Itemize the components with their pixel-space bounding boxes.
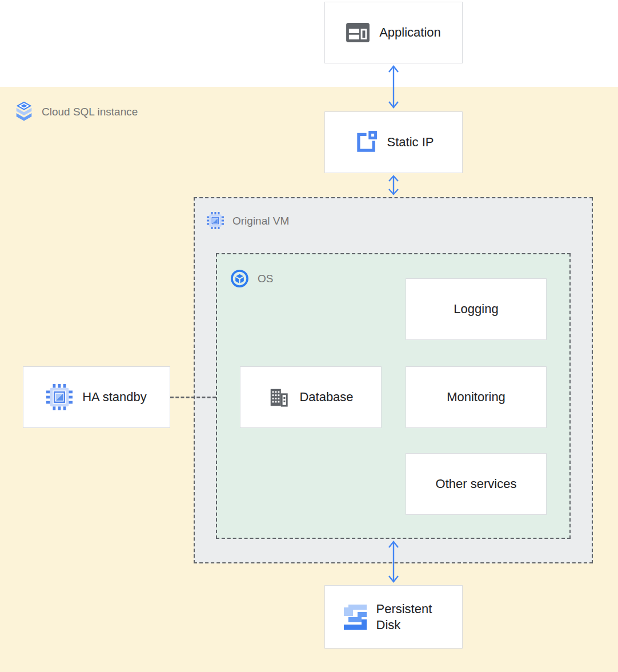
- original-vm-label-row: Original VM: [207, 212, 289, 229]
- node-database: Database: [240, 366, 382, 428]
- node-other-services-label: Other services: [436, 476, 517, 492]
- node-ha-standby: HA standby: [23, 366, 170, 428]
- node-monitoring-label: Monitoring: [447, 389, 505, 405]
- persistent-disk-icon: [344, 605, 367, 630]
- node-monitoring: Monitoring: [406, 366, 547, 428]
- compute-engine-icon: [207, 212, 224, 229]
- os-icon: [230, 269, 249, 288]
- cloud-sql-instance-label-row: Cloud SQL instance: [15, 101, 138, 122]
- node-logging-label: Logging: [454, 301, 498, 317]
- database-building-icon: [268, 386, 290, 408]
- cloud-sql-icon: [15, 101, 33, 122]
- arrow-staticip-vm: [386, 174, 401, 197]
- node-application-label: Application: [379, 25, 441, 41]
- diagram-canvas: Cloud SQL instance Application: [0, 0, 618, 672]
- node-persistent-disk: Persistent Disk: [324, 585, 463, 649]
- node-ha-standby-label: HA standby: [82, 389, 147, 405]
- node-logging: Logging: [406, 278, 547, 340]
- node-application: Application: [324, 2, 463, 63]
- static-ip-icon: [354, 130, 378, 154]
- node-static-ip-label: Static IP: [387, 134, 434, 150]
- arrow-os-persistentdisk: [386, 539, 401, 584]
- node-persistent-disk-label: Persistent Disk: [376, 601, 444, 633]
- dashed-link-ha-standby: [170, 397, 216, 398]
- os-label-row: OS: [230, 269, 273, 288]
- application-window-icon: [346, 23, 370, 42]
- node-other-services: Other services: [406, 453, 547, 515]
- os-label: OS: [258, 273, 273, 284]
- cloud-sql-instance-label: Cloud SQL instance: [42, 106, 138, 117]
- node-database-label: Database: [299, 389, 353, 405]
- original-vm-label: Original VM: [232, 215, 289, 226]
- compute-engine-icon: [46, 384, 73, 410]
- arrow-application-staticip: [386, 64, 401, 110]
- node-static-ip: Static IP: [324, 111, 463, 173]
